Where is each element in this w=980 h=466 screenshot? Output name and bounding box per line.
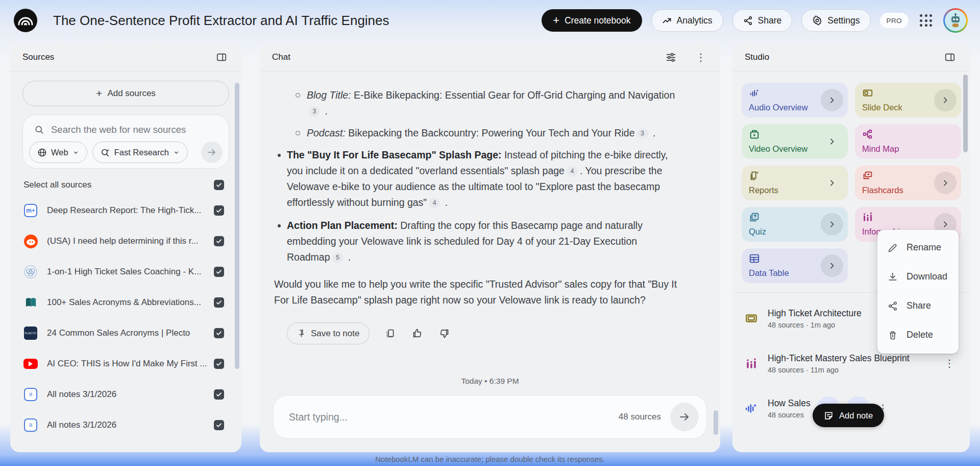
source-title: AI CEO: THIS is How I'd Make My First ..… [47,359,207,369]
audio-waveform-icon [744,402,759,415]
tile-audio-overview[interactable]: Audio Overview [742,83,848,118]
chat-settings-tune-icon[interactable] [664,50,678,64]
studio-scrollbar[interactable] [963,75,968,152]
source-row[interactable]: PLECTO 24 Common Sales Acronyms | Plecto [10,318,241,348]
download-icon [888,272,898,282]
source-checkbox[interactable] [214,359,224,369]
collapse-sources-panel-icon[interactable] [214,50,229,65]
chevron-right-icon[interactable] [821,254,843,277]
sources-title: Sources [22,52,54,62]
chevron-right-icon[interactable] [934,172,957,194]
sources-list: m+ Deep Research Report: The High-Tick..… [10,195,241,440]
chevron-right-icon[interactable] [821,213,843,236]
select-all-label: Select all sources [23,180,91,190]
source-title: All notes 3/1/2026 [47,389,207,400]
source-row[interactable]: (USA) I need help determining if this r.… [10,226,241,257]
source-checkbox[interactable] [214,267,224,277]
note-meta: 48 sources · 11m ago [768,366,910,374]
analytics-button[interactable]: Analytics [651,9,723,32]
menu-item-rename[interactable]: Rename [877,233,959,262]
source-title: All notes 3/1/2026 [47,420,207,430]
deep-research-doc-icon: m+ [23,203,38,218]
source-row[interactable]: 1-on-1 High Ticket Sales Coaching - K... [10,257,241,287]
source-checkbox[interactable] [214,236,224,246]
source-checkbox[interactable] [214,328,224,338]
web-source-dropdown[interactable]: Web [29,142,87,163]
source-checkbox[interactable] [214,205,224,216]
source-checkbox[interactable] [214,420,224,430]
menu-item-share[interactable]: Share [877,291,959,320]
chevron-right-icon[interactable] [821,89,843,111]
bullet-text: E-Bike Bikepacking: Essential Gear for O… [351,89,675,101]
source-checkbox[interactable] [214,297,224,308]
share-button[interactable]: Share [732,9,793,32]
tile-data-table[interactable]: Data Table [742,248,848,283]
avatar-robot-image [945,10,966,31]
select-all-checkbox[interactable] [214,180,224,190]
source-row[interactable]: m+ Deep Research Report: The High-Tick..… [10,195,241,226]
notebooklm-logo-icon[interactable] [13,8,38,33]
tile-flashcards[interactable]: Flashcards [855,166,961,200]
google-apps-grid-icon[interactable] [918,12,934,29]
tile-label: Video Overview [749,144,807,154]
citation-chip[interactable]: 4 [429,198,440,208]
chat-more-options-icon[interactable]: ⋮ [694,50,708,64]
save-to-note-button[interactable]: Save to note [287,322,370,344]
chat-bullet: Action Plan Placement: Drafting the copy… [274,218,678,265]
collapse-studio-panel-icon[interactable] [942,50,958,65]
add-note-button[interactable]: Add note [813,404,884,427]
add-sources-button[interactable]: + Add sources [22,81,229,106]
search-icon [34,125,44,135]
source-row[interactable]: ≡ All notes 3/1/2026 [10,410,241,440]
citation-chip[interactable]: 5 [332,252,344,263]
tile-reports[interactable]: Reports [742,166,848,200]
trending-up-icon [662,16,672,26]
tile-quiz[interactable]: Quiz [742,207,848,242]
source-checkbox[interactable] [214,389,224,400]
tile-slide-deck[interactable]: Slide Deck [855,83,961,118]
sources-scrollbar[interactable] [235,83,239,369]
thumbs-up-icon[interactable] [411,327,424,340]
menu-item-label: Share [906,300,931,311]
chat-input[interactable]: Start typing... [289,411,619,423]
tile-video-overview[interactable]: Video Overview [742,124,848,159]
citation-chip[interactable]: 3 [637,128,648,139]
chat-bullet: The "Buy It For Life Basecamp" Splash Pa… [274,147,678,211]
send-message-button[interactable] [670,403,699,431]
chevron-right-icon[interactable] [821,172,843,194]
copy-icon[interactable] [384,327,397,340]
menu-item-label: Rename [906,242,941,253]
research-mode-dropdown[interactable]: Fast Research [92,142,188,163]
tile-label: Flashcards [862,185,903,195]
user-avatar[interactable] [943,8,968,33]
notes-doc-icon: ≡ [23,418,38,432]
web-chip-label: Web [51,148,68,157]
chevron-right-icon[interactable] [821,130,843,153]
tile-mind-map[interactable]: Mind Map [855,124,961,159]
tile-label: Reports [749,185,778,195]
research-sparkle-search-icon [101,148,110,157]
source-row[interactable]: 100+ Sales Acronyms & Abbreviations... [10,287,241,318]
source-row[interactable]: AI CEO: THIS is How I'd Make My First ..… [10,348,241,379]
source-row[interactable]: ≡ All notes 3/1/2026 [10,379,241,410]
menu-item-download[interactable]: Download [877,262,959,291]
chat-title: Chat [272,52,290,62]
source-title: (USA) I need help determining if this r.… [47,236,207,246]
web-search-input[interactable]: Search the web for new sources [28,119,224,142]
chat-scrollbar[interactable] [714,410,718,435]
menu-item-delete[interactable]: Delete [877,320,959,350]
chat-timestamp: Today • 6:39 PM [260,377,720,386]
tile-label: Slide Deck [862,103,902,112]
chevron-right-icon[interactable] [934,89,957,111]
chat-input-bar: Start typing... 48 sources [273,395,707,439]
chevron-down-icon [173,149,180,156]
citation-chip[interactable]: 4 [567,166,578,177]
settings-button[interactable]: Settings [801,9,870,32]
search-submit-arrow-button[interactable] [201,142,223,163]
citation-chip[interactable]: 3 [309,106,320,117]
create-notebook-button[interactable]: + Create notebook [542,9,642,32]
tile-label: Data Table [749,268,789,278]
bullet-label: Blog Title: [307,89,351,101]
thumbs-down-icon[interactable] [438,327,451,340]
note-more-options-icon[interactable]: ⋮ [941,356,958,370]
